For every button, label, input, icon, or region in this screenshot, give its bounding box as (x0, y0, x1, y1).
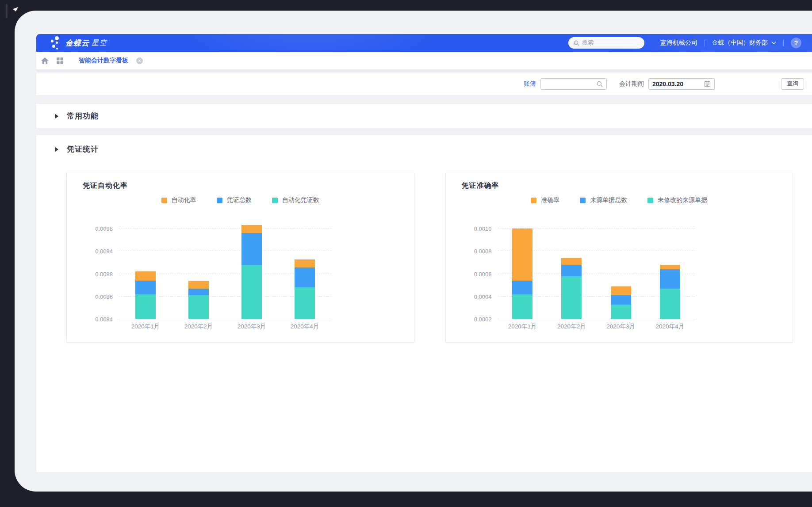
bar-segment (241, 225, 262, 233)
company-name[interactable]: 蓝海机械公司 (660, 39, 697, 47)
period-input[interactable] (652, 80, 704, 88)
bar-slot (225, 217, 278, 319)
app-window: 金蝶云 星空 搜索 蓝海机械公司 金蝶（中国）财务部 ? (15, 11, 812, 492)
expand-arrow-icon[interactable] (55, 114, 58, 118)
bar-segment (611, 305, 631, 319)
period-date-field[interactable] (648, 78, 715, 90)
bar-segment (512, 294, 532, 319)
legend-item[interactable]: 凭证总数 (217, 196, 252, 204)
kingdee-logo: 金蝶云 星空 (49, 35, 107, 50)
legend-label: 未修改的来源单据 (658, 196, 707, 204)
x-tick-label: 2020年2月 (172, 323, 225, 331)
help-icon[interactable]: ? (791, 38, 801, 48)
y-tick-label: 0.0088 (82, 271, 113, 278)
legend-item[interactable]: 未修改的来源单据 (647, 196, 707, 204)
legend-item[interactable]: 来源单据总数 (580, 196, 627, 204)
user-org-dropdown[interactable]: 金蝶（中国）财务部 (712, 39, 776, 47)
x-axis-labels: 2020年1月2020年2月2020年3月2020年4月 (498, 323, 695, 331)
y-tick-label: 0.0010 (461, 225, 492, 232)
common-functions-header[interactable]: 常用功能 (36, 111, 99, 121)
bar-segment (561, 265, 582, 276)
bar-segment (611, 286, 631, 296)
plot-area: 0.00020.00040.00060.00080.0010 (498, 217, 695, 319)
bar-slot (278, 217, 331, 319)
x-tick-label: 2020年1月 (498, 323, 547, 331)
screenshot-stage: { "navbar": { "logo_text_bold": "金蝶云", "… (0, 0, 812, 507)
help-glyph: ? (794, 39, 798, 46)
bar-segment (660, 265, 680, 269)
legend-swatch-icon (217, 198, 222, 203)
chart-cards-row: 凭证自动化率 自动化率凭证总数自动化凭证数 0.00840.00860.0088… (66, 173, 793, 343)
mouse-cursor (13, 7, 18, 11)
bar-segment (241, 233, 262, 265)
bar-segment (512, 229, 532, 281)
bar-segment (611, 295, 631, 305)
stacked-bar[interactable] (512, 229, 532, 319)
bar-segment (241, 265, 262, 319)
panel-voucher-statistics: 凭证统计 凭证自动化率 自动化率凭证总数自动化凭证数 0.00840.00860… (36, 135, 812, 472)
filter-bar: 账簿 会计期间 查询 (36, 72, 812, 95)
user-org-label: 金蝶（中国）财务部 (712, 39, 768, 47)
query-button[interactable]: 查询 (781, 78, 804, 90)
y-tick-label: 0.0098 (82, 225, 113, 232)
stacked-bar[interactable] (611, 286, 631, 319)
stacked-bar[interactable] (295, 259, 315, 319)
stacked-bar[interactable] (135, 271, 156, 319)
nav-divider (783, 40, 784, 46)
bar-segment (295, 287, 315, 319)
bar-slot (596, 217, 645, 319)
y-tick-label: 0.0004 (461, 294, 492, 300)
bar-segment (561, 276, 582, 319)
chart-legend: 准确率来源单据总数未修改的来源单据 (446, 196, 793, 204)
x-tick-label: 2020年4月 (278, 323, 331, 331)
legend-label: 准确率 (541, 196, 559, 204)
book-lookup-field[interactable] (540, 78, 607, 90)
bar-slot (172, 217, 225, 319)
bar-slot (119, 217, 172, 319)
legend-label: 来源单据总数 (590, 196, 627, 204)
legend-swatch-icon (161, 198, 167, 203)
stacked-bar[interactable] (561, 258, 582, 319)
bar-segment (135, 294, 156, 319)
legend-label: 凭证总数 (227, 196, 252, 204)
bar-segment (188, 289, 209, 295)
bars-row (119, 217, 331, 319)
calendar-icon[interactable] (704, 80, 711, 87)
tab-close-icon[interactable]: ✕ (136, 57, 143, 64)
common-functions-title: 常用功能 (67, 111, 99, 121)
legend-item[interactable]: 自动化凭证数 (272, 196, 319, 204)
search-icon (574, 40, 579, 46)
legend-item[interactable]: 准确率 (531, 196, 559, 204)
stacked-bar[interactable] (188, 281, 209, 319)
stacked-bar[interactable] (660, 265, 680, 319)
x-tick-label: 2020年2月 (547, 323, 596, 331)
lookup-search-icon[interactable] (597, 81, 603, 87)
y-tick-label: 0.0084 (82, 316, 113, 323)
book-label: 账簿 (524, 80, 536, 88)
y-tick-label: 0.0094 (82, 248, 113, 255)
legend-label: 自动化率 (172, 196, 196, 204)
period-label: 会计期间 (619, 80, 644, 88)
tab-bar: 智能会计数字看板 ✕ (36, 52, 812, 69)
tab-smart-accounting-dashboard[interactable]: 智能会计数字看板 ✕ (79, 57, 143, 65)
y-tick-label: 0.0006 (461, 271, 492, 278)
voucher-statistics-header[interactable]: 凭证统计 (36, 135, 812, 154)
legend-item[interactable]: 自动化率 (161, 196, 196, 204)
search-placeholder: 搜索 (582, 39, 594, 47)
stacked-bar[interactable] (241, 225, 262, 319)
section-divider (36, 69, 812, 72)
x-tick-label: 2020年3月 (225, 323, 278, 331)
app-grid-icon[interactable] (52, 52, 67, 69)
global-search-input[interactable]: 搜索 (568, 37, 644, 49)
x-tick-label: 2020年1月 (119, 323, 172, 331)
book-input[interactable] (544, 80, 597, 88)
y-tick-label: 0.0002 (461, 316, 492, 323)
bar-segment (512, 281, 532, 294)
x-tick-label: 2020年4月 (645, 323, 694, 331)
expand-arrow-icon[interactable] (55, 147, 58, 152)
home-icon[interactable] (37, 52, 52, 69)
bar-slot (645, 217, 694, 319)
voucher-statistics-title: 凭证统计 (67, 144, 99, 154)
logo-text-light: 星空 (92, 38, 107, 48)
bar-slot (498, 217, 547, 319)
